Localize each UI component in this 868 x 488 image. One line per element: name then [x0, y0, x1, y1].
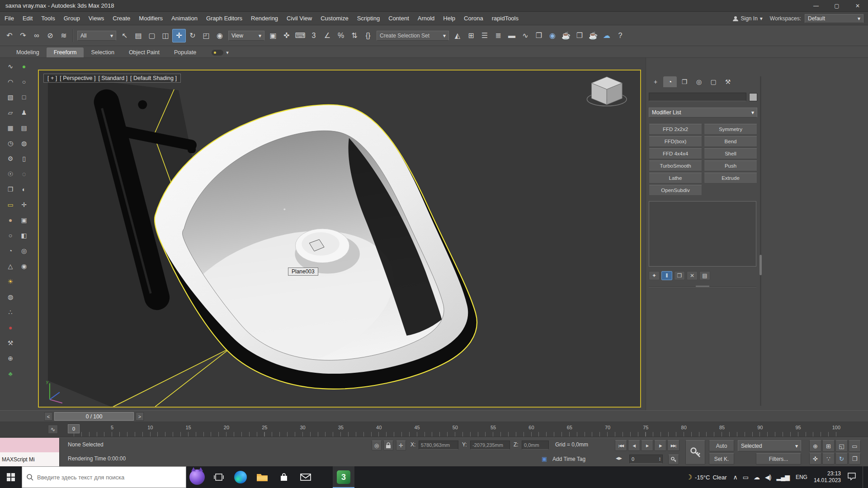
berry-icon[interactable]: ●: [5, 322, 16, 333]
hidden-icons-chevron[interactable]: ∧: [733, 474, 737, 481]
menu-item[interactable]: Tools: [41, 15, 55, 22]
box-icon[interactable]: ▧: [5, 91, 16, 103]
tablet-icon[interactable]: ▭: [743, 474, 748, 481]
camera-icon[interactable]: ▣: [18, 214, 30, 226]
undo-icon[interactable]: ↶: [3, 29, 16, 42]
selection-filter-dropdown[interactable]: All ▾: [77, 31, 116, 41]
language-indicator[interactable]: ENG: [796, 474, 807, 480]
hammer-icon[interactable]: ⚒: [5, 337, 16, 349]
workspaces-dropdown[interactable]: Default ▾: [805, 14, 863, 23]
quarter-disc-icon[interactable]: ◔: [5, 245, 16, 257]
select-and-rotate-icon[interactable]: ↻: [186, 29, 199, 42]
next-frame-icon[interactable]: |▶: [654, 440, 666, 451]
shaded-sphere-icon[interactable]: ◍: [5, 291, 16, 303]
motion-tab[interactable]: ◎: [692, 76, 706, 87]
pan-icon[interactable]: ✜: [809, 453, 821, 465]
shaded-box-icon[interactable]: ◧: [18, 230, 30, 241]
menu-item[interactable]: Civil View: [287, 15, 312, 22]
scatter-icon[interactable]: ∴: [5, 306, 16, 318]
set-keys-button[interactable]: [685, 440, 705, 465]
viewport-shading-menu[interactable]: [ Default Shading ]: [130, 75, 177, 81]
sphere-icon[interactable]: ●: [5, 214, 16, 226]
key-filter-dropdown[interactable]: Selected ▾: [738, 440, 801, 451]
menu-item[interactable]: Graph Editors: [206, 15, 242, 22]
list-icon[interactable]: ▤: [18, 122, 30, 134]
close-button[interactable]: ✕: [847, 0, 868, 11]
modifier-set-button[interactable]: FFD 2x2x2: [649, 124, 702, 135]
menu-item[interactable]: File: [5, 15, 14, 22]
zoom-all-icon[interactable]: ⊞: [822, 440, 835, 452]
menu-item[interactable]: Views: [89, 15, 104, 22]
perspective-viewport[interactable]: y [ + ] [ Perspective ] [ Standard ] [ D…: [38, 70, 641, 408]
key-step-icons[interactable]: ◀▶: [616, 456, 622, 460]
set-key-button[interactable]: Set K.: [709, 453, 734, 465]
ribbon-tab[interactable]: Selection: [84, 47, 121, 57]
ring-icon[interactable]: ◌: [18, 168, 30, 180]
layer-explorer-icon[interactable]: ≣: [491, 29, 505, 42]
modifier-list-dropdown[interactable]: Modifier List ▾: [649, 108, 757, 117]
store-button[interactable]: [273, 466, 295, 488]
maxscript-pink-pane[interactable]: [0, 438, 59, 452]
ribbon-tab[interactable]: Modeling: [9, 47, 47, 57]
make-unique-icon[interactable]: ❐: [674, 271, 685, 280]
select-and-manipulate-icon[interactable]: ✜: [280, 29, 293, 42]
taskbar-clock[interactable]: 23:13 14.01.2023: [814, 470, 841, 484]
viewport-general-menu[interactable]: [ + ]: [47, 75, 57, 81]
z-coordinate-field[interactable]: 0,0mm: [522, 441, 549, 450]
rendered-frame-icon[interactable]: ❐: [573, 29, 586, 42]
utilities-tab[interactable]: ⚒: [721, 76, 735, 87]
object-name-field[interactable]: [649, 93, 746, 101]
menu-item[interactable]: Help: [443, 15, 455, 22]
current-frame-field[interactable]: 0 ▴ ▾: [629, 455, 663, 464]
edge-button[interactable]: [230, 466, 251, 488]
clock-icon[interactable]: ◷: [5, 137, 16, 149]
modifier-set-button[interactable]: Shell: [704, 148, 757, 159]
figure-icon[interactable]: ♟: [18, 107, 30, 118]
render-setup-icon[interactable]: ☕: [559, 29, 573, 42]
redo-icon[interactable]: ↷: [16, 29, 30, 42]
pin-stack-icon[interactable]: ✦: [649, 271, 660, 280]
material-editor-icon[interactable]: ◉: [546, 29, 559, 42]
use-pivot-center-icon[interactable]: ▣: [266, 29, 280, 42]
maximize-viewport-icon[interactable]: ❐: [849, 453, 861, 465]
select-and-move-icon[interactable]: ✛: [172, 29, 186, 42]
menu-item[interactable]: Edit: [23, 15, 33, 22]
time-slider[interactable]: 0 / 100: [54, 412, 134, 421]
key-filters-button[interactable]: Filters...: [756, 453, 801, 465]
scene-explorer-icon[interactable]: ☰: [478, 29, 491, 42]
plant-icon[interactable]: ♣: [5, 368, 16, 380]
spinner-down-icon[interactable]: ▾: [659, 459, 660, 461]
selection-lock-icon[interactable]: [383, 441, 393, 450]
panel-scrollbar[interactable]: [760, 76, 761, 406]
sun-icon[interactable]: ☀: [5, 276, 16, 287]
cross-tool-icon[interactable]: ✛: [18, 199, 30, 211]
named-selection-sets-icon[interactable]: {}: [361, 29, 375, 42]
modifier-set-button[interactable]: Symmetry: [704, 124, 757, 135]
schematic-view-icon[interactable]: ❐: [532, 29, 546, 42]
isolate-selection-icon[interactable]: ◎: [372, 441, 382, 450]
absolute-offset-mode-icon[interactable]: ✛: [396, 441, 406, 450]
menu-item[interactable]: Modifiers: [139, 15, 163, 22]
volume-icon[interactable]: ◀): [765, 474, 771, 481]
modifier-set-button[interactable]: FFD(box): [649, 136, 702, 147]
mini-curve-editor-button[interactable]: ∿: [48, 425, 58, 434]
menu-item[interactable]: Group: [64, 15, 80, 22]
ribbon-tab[interactable]: Populate: [167, 47, 203, 57]
track-bar[interactable]: ∿ 0 510152025303540455055606570758085909…: [0, 422, 868, 437]
weather-widget[interactable]: ☽ -15°C Clear: [686, 473, 727, 481]
ribbon-tab[interactable]: Object Paint: [122, 47, 167, 57]
gear-icon[interactable]: ⚙: [5, 153, 16, 164]
ribbon-expand-icon[interactable]: ▾: [226, 50, 229, 56]
align-icon[interactable]: ⊞: [464, 29, 478, 42]
point-icon[interactable]: ●: [18, 61, 30, 72]
select-by-name-icon[interactable]: ▤: [132, 29, 145, 42]
next-frame-arrow[interactable]: >: [136, 412, 144, 421]
orb-icon[interactable]: ◉: [18, 260, 30, 272]
render-cloud-icon[interactable]: ☁: [600, 29, 613, 42]
bind-to-space-warp-icon[interactable]: ≋: [57, 29, 71, 42]
window-crossing-icon[interactable]: ◫: [159, 29, 172, 42]
avatar-button[interactable]: [186, 466, 208, 488]
file-explorer-button[interactable]: [251, 466, 273, 488]
menu-item[interactable]: Content: [388, 15, 409, 22]
menu-item[interactable]: Rendering: [251, 15, 278, 22]
